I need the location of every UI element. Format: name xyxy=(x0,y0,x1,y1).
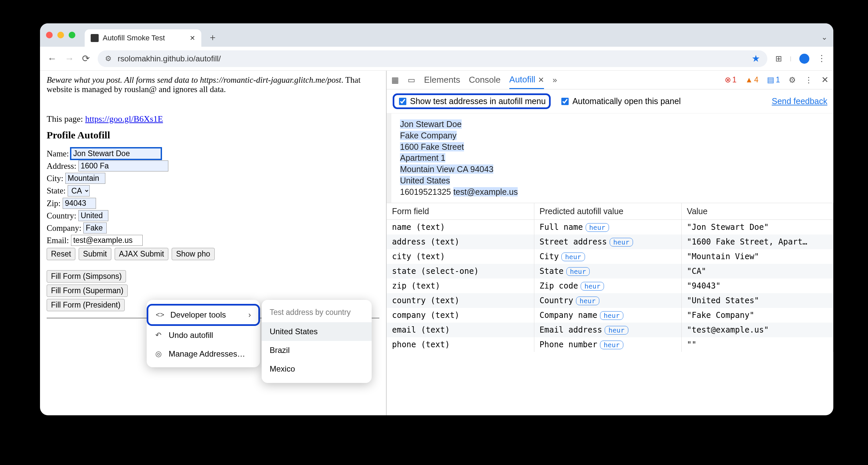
error-count[interactable]: ⊗ 1 xyxy=(725,76,737,84)
device-toolbar-icon[interactable]: ▭ xyxy=(408,76,415,85)
page-content: Beware what you post. All forms send dat… xyxy=(40,71,387,415)
fill-superman-button[interactable]: Fill Form (Superman) xyxy=(46,285,128,297)
city-label: City: xyxy=(46,174,63,183)
this-page-line: This page: https://goo.gl/B6Xs1E xyxy=(46,114,379,124)
table-row[interactable]: state (select-one)Stateheur"CA" xyxy=(387,264,833,279)
reload-button[interactable]: ⟳ xyxy=(82,53,90,64)
email-input[interactable] xyxy=(71,235,143,246)
cell-form-field: phone (text) xyxy=(387,337,534,352)
cell-form-field: address (text) xyxy=(387,234,534,249)
fill-simpsons-button[interactable]: Fill Form (Simpsons) xyxy=(46,270,126,283)
col-form-field: Form field xyxy=(387,203,534,220)
bookmark-star-icon[interactable]: ★ xyxy=(752,53,760,64)
heur-badge: heur xyxy=(600,341,623,349)
divider: | xyxy=(790,56,791,62)
cell-value: "1600 Fake Street, Apart… xyxy=(681,234,833,249)
cell-predicted: Email addressheur xyxy=(534,323,681,337)
heur-badge: heur xyxy=(576,296,599,305)
page-heading: Profile Autofill xyxy=(46,129,379,141)
company-input[interactable] xyxy=(83,223,107,233)
profile-avatar[interactable] xyxy=(799,54,809,64)
country-input[interactable] xyxy=(78,210,108,221)
table-row[interactable]: address (text)Street addressheur"1600 Fa… xyxy=(387,234,833,249)
heur-badge: heur xyxy=(561,253,585,261)
show-phone-button[interactable]: Show pho xyxy=(172,248,214,260)
warning-text: Beware what you post. All forms send dat… xyxy=(46,76,379,94)
heur-badge: heur xyxy=(566,267,590,276)
send-feedback-link[interactable]: Send feedback xyxy=(772,96,827,106)
cell-predicted: Cityheur xyxy=(534,249,681,264)
fill-president-button[interactable]: Fill Form (President) xyxy=(46,299,125,311)
table-row[interactable]: city (text)Cityheur"Mountain View" xyxy=(387,249,833,264)
cell-value: "test@example.us" xyxy=(681,323,833,337)
warning-count[interactable]: ▲ 4 xyxy=(745,76,759,84)
this-page-link[interactable]: https://goo.gl/B6Xs1E xyxy=(85,114,163,124)
table-row[interactable]: email (text)Email addressheur"test@examp… xyxy=(387,323,833,337)
menu-manage-addresses[interactable]: ◎ Manage Addresses… xyxy=(147,345,260,363)
cell-form-field: country (text) xyxy=(387,293,534,308)
browser-tab[interactable]: Autofill Smoke Test ✕ xyxy=(85,29,202,47)
inspect-icon[interactable]: ▦ xyxy=(391,76,399,85)
tab-strip: Autofill Smoke Test ✕ ＋ ⌄ xyxy=(40,23,833,47)
maximize-window-button[interactable] xyxy=(69,32,75,38)
menu-developer-tools[interactable]: <> Developer tools › xyxy=(147,304,260,326)
heur-badge: heur xyxy=(604,326,628,335)
ajax-submit-button[interactable]: AJAX Submit xyxy=(115,248,169,260)
chrome-menu-button[interactable]: ⋮ xyxy=(817,53,826,64)
table-row[interactable]: zip (text)Zip codeheur"94043" xyxy=(387,279,833,293)
more-tabs-icon[interactable]: » xyxy=(553,76,557,85)
submenu-mexico[interactable]: Mexico xyxy=(262,359,372,378)
show-test-addresses-input[interactable] xyxy=(399,98,406,105)
table-row[interactable]: phone (text)Phone numberheur"" xyxy=(387,337,833,352)
submenu-brazil[interactable]: Brazil xyxy=(262,341,372,359)
email-label: Email: xyxy=(46,236,69,245)
name-input[interactable] xyxy=(71,148,161,159)
devtools-close-icon[interactable]: ✕ xyxy=(822,75,829,85)
new-tab-button[interactable]: ＋ xyxy=(208,31,217,44)
tab-console[interactable]: Console xyxy=(469,71,500,88)
reset-button[interactable]: Reset xyxy=(46,248,75,260)
cell-form-field: city (text) xyxy=(387,249,534,264)
cell-value: "Mountain View" xyxy=(681,249,833,264)
menu-undo-autofill[interactable]: ↶ Undo autofill xyxy=(147,326,260,345)
tab-autofill[interactable]: Autofill✕ xyxy=(509,71,544,89)
devtools-menu-icon[interactable]: ⋮ xyxy=(805,76,813,85)
url-text: rsolomakhin.github.io/autofill/ xyxy=(118,54,746,63)
minimize-window-button[interactable] xyxy=(57,32,64,38)
info-count[interactable]: ▤ 1 xyxy=(767,76,780,84)
auto-open-panel-checkbox[interactable]: Automatically open this panel xyxy=(560,96,681,106)
heur-badge: heur xyxy=(581,282,604,291)
table-row[interactable]: company (text)Company nameheur"Fake Comp… xyxy=(387,308,833,323)
tab-search-button[interactable]: ⌄ xyxy=(822,33,827,42)
col-predicted: Predicted autofill value xyxy=(534,203,681,220)
zip-input[interactable] xyxy=(63,198,96,209)
address-bar[interactable]: ⚙ rsolomakhin.github.io/autofill/ ★ xyxy=(98,50,767,67)
back-button[interactable]: ← xyxy=(47,53,57,64)
close-window-button[interactable] xyxy=(46,32,53,38)
close-tab-icon[interactable]: ✕ xyxy=(190,34,195,42)
table-row[interactable]: country (text)Countryheur"United States" xyxy=(387,293,833,308)
show-test-addresses-checkbox[interactable]: Show test addresses in autofill menu xyxy=(393,93,551,109)
address-input[interactable] xyxy=(78,161,168,171)
chrome-icon: ◎ xyxy=(154,350,163,358)
tab-elements[interactable]: Elements xyxy=(424,71,460,88)
autofill-table: Form field Predicted autofill value Valu… xyxy=(387,203,833,352)
devtools-settings-icon[interactable]: ⚙ xyxy=(789,76,796,85)
cell-form-field: company (text) xyxy=(387,308,534,323)
cell-predicted: Street addressheur xyxy=(534,234,681,249)
extensions-icon[interactable]: ⊞ xyxy=(775,54,782,63)
autofill-address-block: Jon Stewart Doe Fake Company 1600 Fake S… xyxy=(387,113,833,203)
city-input[interactable] xyxy=(65,173,105,184)
cell-predicted: Stateheur xyxy=(534,264,681,279)
toolbar: ← → ⟳ ⚙ rsolomakhin.github.io/autofill/ … xyxy=(40,47,833,71)
state-select[interactable]: CA xyxy=(68,185,90,197)
table-row[interactable]: name (text)Full nameheur"Jon Stewart Doe… xyxy=(387,220,833,235)
forward-button[interactable]: → xyxy=(65,53,74,64)
auto-open-panel-input[interactable] xyxy=(561,98,569,105)
submit-button[interactable]: Submit xyxy=(79,248,111,260)
submenu-us[interactable]: United States xyxy=(262,322,372,341)
heur-badge: heur xyxy=(600,311,623,320)
site-settings-icon[interactable]: ⚙ xyxy=(105,54,112,63)
close-tab-x-icon[interactable]: ✕ xyxy=(538,76,544,84)
chevron-right-icon: › xyxy=(248,310,251,320)
